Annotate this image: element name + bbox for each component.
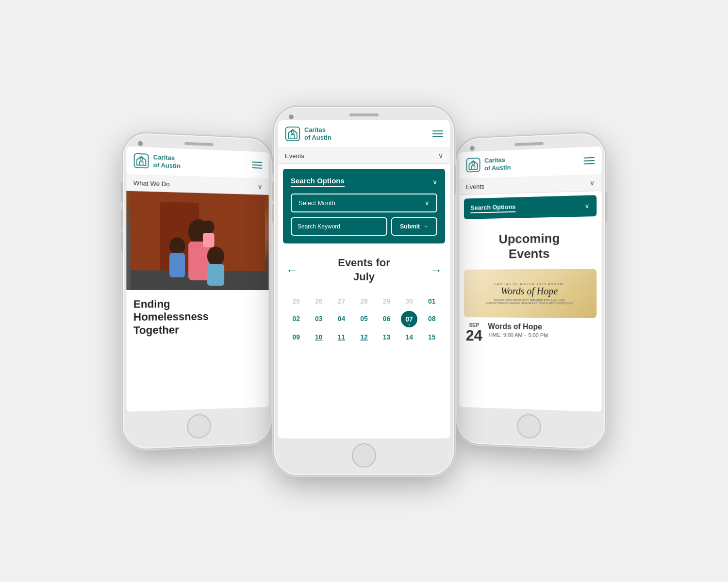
- phone-left: Caritas of Austin What We Do ∨: [123, 132, 272, 450]
- select-month-label: Select Month: [298, 199, 335, 207]
- bottom-bar-left: [123, 407, 272, 450]
- event-day-num: 24: [466, 328, 482, 343]
- submit-label: Submit: [400, 223, 420, 230]
- hero-figures-svg: [126, 191, 268, 290]
- cal-day-11[interactable]: 11: [331, 329, 352, 345]
- hamburger-menu-center[interactable]: [432, 130, 443, 137]
- cal-day-08[interactable]: 08: [421, 311, 442, 327]
- hamburger-line: [252, 167, 262, 169]
- event-date-box: SEP 24: [466, 322, 482, 343]
- home-button-right[interactable]: [517, 414, 541, 439]
- svg-rect-8: [169, 253, 185, 277]
- screen-center: Caritas of Austin Events ∨ Search Option…: [278, 120, 450, 438]
- select-month-button[interactable]: Select Month ∨: [291, 194, 437, 212]
- search-options-panel-right: Search Options ∨: [464, 195, 596, 219]
- chevron-down-center: ∨: [438, 152, 443, 160]
- calendar-grid: 25 26 27 28 29 30 01 02 03 04 05 06 07 0…: [286, 293, 442, 345]
- screen-right: Caritas of Austin Events ∨ Search Option…: [459, 146, 601, 412]
- cal-day-13[interactable]: 13: [376, 329, 397, 345]
- cal-day-09[interactable]: 09: [286, 329, 307, 345]
- screen-left: Caritas of Austin What We Do ∨: [126, 146, 268, 412]
- hamburger-line: [432, 130, 443, 131]
- calendar-section: ← Events for July → 25 26 27 28 29 30 01…: [278, 248, 450, 353]
- svg-rect-15: [466, 158, 480, 172]
- phones-container: Caritas of Austin What We Do ∨: [114, 78, 614, 504]
- cal-day-01[interactable]: 01: [421, 293, 442, 309]
- svg-point-1: [140, 158, 142, 161]
- hamburger-line: [584, 157, 595, 159]
- hamburger-line: [252, 162, 262, 163]
- event-time: TIME: 9:00 AM – 5:00 PM: [488, 332, 595, 339]
- search-keyword-button[interactable]: Search Keyword: [291, 217, 387, 236]
- svg-point-14: [291, 131, 294, 133]
- cal-day-06[interactable]: 06: [376, 311, 397, 327]
- cal-day-15[interactable]: 15: [421, 329, 442, 345]
- cal-day-29: 29: [376, 293, 397, 309]
- caritas-logo-right: [466, 157, 481, 173]
- search-options-title-right: Search Options: [470, 203, 515, 213]
- submit-arrow-icon: →: [423, 223, 429, 230]
- search-options-panel-center: Search Options ∨ Select Month ∨ Search K…: [283, 169, 445, 243]
- calendar-header: ← Events for July →: [286, 256, 442, 284]
- cal-day-04[interactable]: 04: [331, 311, 352, 327]
- search-options-chevron-center[interactable]: ∨: [432, 178, 437, 186]
- cal-day-05[interactable]: 05: [354, 311, 375, 327]
- cal-day-12[interactable]: 12: [354, 329, 375, 345]
- chevron-down-left: ∨: [258, 183, 263, 191]
- bottom-bar-center: [274, 438, 454, 475]
- search-options-chevron-right[interactable]: ∨: [585, 202, 590, 210]
- camera-right: [470, 146, 475, 151]
- event-sub-text: DINNER WITH FEATURED SPEAKER RON HALL AN…: [486, 299, 573, 305]
- logo-text-center: Caritas of Austin: [304, 126, 331, 141]
- calendar-prev-button[interactable]: ←: [286, 263, 298, 277]
- svg-point-16: [472, 162, 474, 164]
- svg-rect-0: [134, 154, 149, 168]
- cal-day-28: 28: [354, 293, 375, 309]
- hamburger-line: [432, 133, 443, 134]
- hamburger-line: [584, 163, 595, 164]
- header-center: Caritas of Austin: [278, 120, 450, 148]
- event-info-row: SEP 24 Words of Hope TIME: 9:00 AM – 5:0…: [459, 317, 601, 350]
- nav-bar-center[interactable]: Events ∨: [278, 148, 450, 164]
- cal-day-07-today[interactable]: 07: [401, 311, 417, 327]
- logo-text-right: Caritas of Austin: [484, 156, 511, 172]
- caritas-logo-left: [133, 153, 149, 169]
- upcoming-events-title: Upcoming Events: [459, 220, 601, 270]
- search-options-header-center: Search Options ∨: [291, 177, 437, 187]
- hamburger-menu-left[interactable]: [252, 162, 262, 169]
- home-button-center[interactable]: [352, 443, 376, 468]
- calendar-title: Events for July: [338, 256, 390, 284]
- cal-day-14[interactable]: 14: [399, 329, 420, 345]
- speaker-center: [349, 113, 379, 116]
- phone-right: Caritas of Austin Events ∨ Search Option…: [456, 132, 605, 450]
- calendar-next-button[interactable]: →: [430, 263, 442, 277]
- nav-label-right: Events: [466, 182, 484, 190]
- cal-day-10[interactable]: 10: [309, 329, 330, 345]
- search-options-header-right: Search Options ∨: [470, 201, 590, 213]
- camera-left: [138, 141, 143, 146]
- svg-rect-10: [203, 233, 215, 247]
- submit-button[interactable]: Submit →: [391, 217, 437, 236]
- hamburger-line: [584, 160, 595, 162]
- chevron-down-right: ∨: [590, 179, 595, 187]
- logo-area-right: Caritas of Austin: [466, 156, 511, 173]
- cal-day-27: 27: [331, 293, 352, 309]
- event-card-image: CARITAS OF AUSTIN 10TH ANNUAL Words of H…: [464, 269, 596, 319]
- cal-day-03[interactable]: 03: [309, 311, 330, 327]
- hamburger-menu-right[interactable]: [584, 157, 595, 164]
- bottom-bar-right: [456, 407, 605, 450]
- cal-day-02[interactable]: 02: [286, 311, 307, 327]
- hero-tagline-left: Ending Homelessness Together: [126, 290, 268, 345]
- logo-area-center: Caritas of Austin: [285, 126, 331, 142]
- event-card-words-of-hope: CARITAS OF AUSTIN 10TH ANNUAL Words of H…: [464, 269, 596, 319]
- camera-center: [289, 114, 294, 119]
- phone-top-bar-center: [274, 107, 454, 120]
- hamburger-line: [432, 136, 443, 137]
- speaker-left: [184, 142, 213, 146]
- event-name: Words of Hope: [488, 323, 595, 332]
- event-words-of-hope-title: Words of Hope: [501, 286, 558, 297]
- home-button-left[interactable]: [187, 414, 211, 439]
- cal-day-26: 26: [309, 293, 330, 309]
- search-options-title-center: Search Options: [291, 177, 345, 187]
- nav-label-left: What We Do: [133, 179, 170, 188]
